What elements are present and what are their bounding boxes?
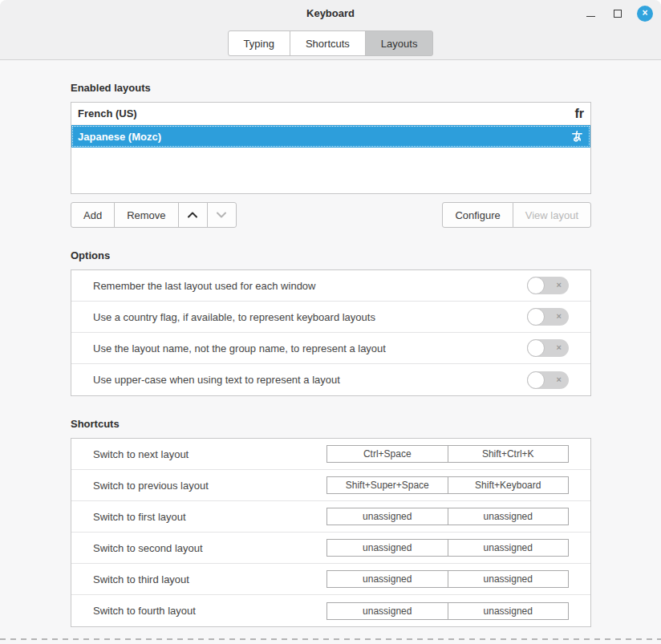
layouts-page: Enabled layouts French (US) fr Japanese … — [0, 82, 661, 627]
option-row-remember-layout: Remember the last layout used for each w… — [71, 270, 590, 302]
shortcut-row-previous-layout: Switch to previous layout Shift+Super+Sp… — [71, 470, 590, 501]
layout-name: French (US) — [78, 107, 137, 119]
shortcut-row-second-layout: Switch to second layout unassigned unass… — [71, 533, 590, 564]
shortcut-row-first-layout: Switch to first layout unassigned unassi… — [71, 501, 590, 533]
toggle-knob — [527, 339, 545, 357]
view-layout-button[interactable]: View layout — [513, 202, 591, 228]
keybinding-group: Ctrl+Space Shift+Ctrl+K — [326, 445, 569, 463]
layout-row-japanese[interactable]: Japanese (Mozc) — [71, 125, 590, 148]
keybinding-button[interactable]: unassigned — [448, 508, 570, 525]
keybinding-button[interactable]: unassigned — [448, 602, 570, 620]
layout-list-actions: Add Remove Configure View layout — [71, 202, 591, 228]
toggle-country-flag[interactable]: × — [527, 308, 569, 326]
window-header: Keyboard × Typing Shortcuts Layouts — [0, 0, 661, 60]
option-row-layout-name: Use the layout name, not the group name,… — [71, 333, 590, 364]
option-row-country-flag: Use a country flag, if available, to rep… — [71, 302, 590, 333]
toggle-upper-case[interactable]: × — [527, 371, 569, 389]
option-row-upper-case: Use upper-case when using text to repres… — [71, 364, 590, 395]
enabled-layouts-list: French (US) fr Japanese (Mozc) — [71, 102, 591, 194]
shortcut-label: Switch to second layout — [93, 542, 326, 554]
keybinding-group: unassigned unassigned — [326, 508, 569, 525]
shortcut-label: Switch to third layout — [93, 573, 326, 585]
minimize-button[interactable] — [582, 6, 598, 22]
window-controls: × — [582, 0, 653, 26]
tab-typing[interactable]: Typing — [228, 30, 290, 56]
option-label: Use upper-case when using text to repres… — [93, 374, 527, 386]
shortcut-label: Switch to fourth layout — [93, 605, 326, 617]
options-heading: Options — [71, 249, 591, 261]
chevron-up-icon — [186, 210, 199, 220]
options-panel: Remember the last layout used for each w… — [71, 269, 591, 396]
layout-name: Japanese (Mozc) — [78, 131, 161, 143]
shortcut-label: Switch to first layout — [93, 511, 326, 523]
toggle-knob — [527, 308, 545, 326]
titlebar: Keyboard × — [0, 0, 661, 26]
keybinding-group: unassigned unassigned — [326, 570, 569, 588]
window-title: Keyboard — [0, 7, 661, 19]
move-down-button[interactable] — [207, 202, 237, 228]
remove-button[interactable]: Remove — [114, 202, 178, 228]
close-button[interactable]: × — [637, 6, 653, 22]
close-icon: × — [642, 8, 647, 18]
shortcut-row-next-layout: Switch to next layout Ctrl+Space Shift+C… — [71, 439, 590, 470]
keybinding-button[interactable]: unassigned — [326, 539, 448, 557]
keybinding-button[interactable]: unassigned — [326, 602, 448, 620]
option-label: Use the layout name, not the group name,… — [93, 342, 527, 354]
toggle-off-x-icon: × — [557, 343, 562, 352]
option-label: Remember the last layout used for each w… — [93, 280, 527, 292]
chevron-down-icon — [215, 210, 228, 220]
configure-buttons-group: Configure View layout — [442, 202, 591, 228]
configure-button[interactable]: Configure — [442, 202, 513, 228]
toggle-off-x-icon: × — [557, 312, 562, 321]
layout-row-french[interactable]: French (US) fr — [71, 103, 590, 125]
move-up-button[interactable] — [178, 202, 208, 228]
tab-shortcuts[interactable]: Shortcuts — [290, 30, 366, 56]
tab-layouts[interactable]: Layouts — [365, 30, 434, 56]
shortcut-row-fourth-layout: Switch to fourth layout unassigned unass… — [71, 595, 590, 626]
keybinding-group: unassigned unassigned — [326, 602, 569, 620]
layout-indicator-fr: fr — [574, 107, 584, 120]
add-button[interactable]: Add — [71, 202, 115, 228]
keybinding-button[interactable]: unassigned — [326, 570, 448, 588]
shortcut-row-third-layout: Switch to third layout unassigned unassi… — [71, 564, 590, 595]
toggle-layout-name[interactable]: × — [527, 339, 569, 357]
keybinding-group: Shift+Super+Space Shift+Keyboard — [326, 476, 569, 494]
bottom-dashed-divider — [0, 638, 661, 640]
toggle-knob — [527, 277, 545, 294]
keybinding-button[interactable]: unassigned — [448, 539, 570, 557]
enabled-layouts-heading: Enabled layouts — [71, 82, 591, 94]
toggle-off-x-icon: × — [557, 375, 562, 384]
toggle-remember-layout[interactable]: × — [527, 277, 569, 294]
edit-buttons-group: Add Remove — [71, 202, 237, 228]
maximize-icon — [614, 10, 622, 18]
keybinding-button[interactable]: Shift+Super+Space — [326, 476, 448, 494]
shortcuts-panel: Switch to next layout Ctrl+Space Shift+C… — [71, 438, 591, 627]
shortcut-label: Switch to previous layout — [93, 480, 326, 492]
layout-indicator-hiragana-a-icon — [570, 130, 584, 144]
keybinding-group: unassigned unassigned — [326, 539, 569, 557]
keybinding-button[interactable]: unassigned — [326, 508, 448, 525]
maximize-button[interactable] — [610, 6, 626, 22]
minimize-icon — [586, 16, 595, 17]
keybinding-button[interactable]: Ctrl+Space — [326, 445, 448, 463]
keybinding-button[interactable]: Shift+Ctrl+K — [448, 445, 570, 463]
toggle-knob — [527, 371, 545, 389]
keyboard-settings-window: Keyboard × Typing Shortcuts Layouts — [0, 0, 661, 644]
shortcuts-heading: Shortcuts — [71, 418, 591, 430]
shortcut-label: Switch to next layout — [93, 448, 326, 460]
option-label: Use a country flag, if available, to rep… — [93, 311, 527, 323]
tab-switcher: Typing Shortcuts Layouts — [0, 26, 661, 60]
keybinding-button[interactable]: Shift+Keyboard — [448, 476, 570, 494]
toggle-off-x-icon: × — [557, 281, 562, 290]
keybinding-button[interactable]: unassigned — [448, 570, 570, 588]
